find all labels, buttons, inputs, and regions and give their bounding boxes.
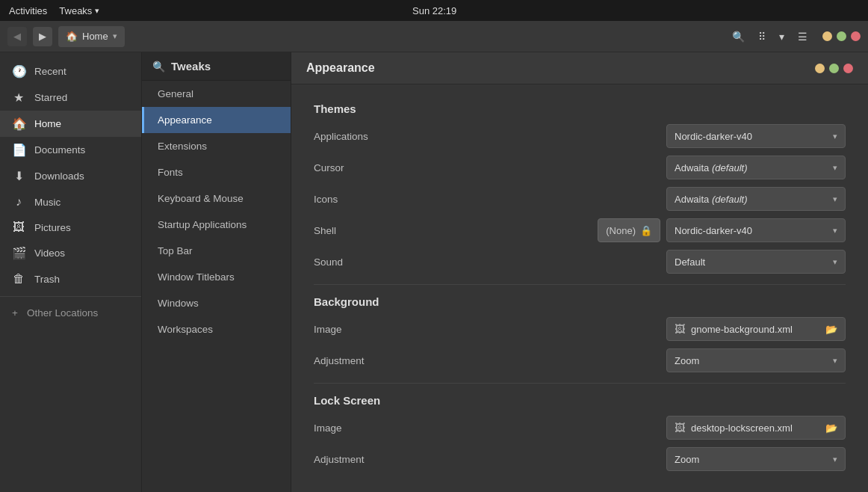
bg-image-label: Image — [314, 324, 463, 335]
recent-icon: 🕐 — [12, 64, 25, 79]
tweaks-nav-panel: 🔍 Tweaks General Appearance Extensions F… — [142, 52, 291, 492]
home-icon: 🏠 — [66, 31, 78, 42]
sidebar-item-starred[interactable]: ★ Starred — [0, 84, 141, 111]
header-maximize-button[interactable] — [829, 64, 839, 73]
sidebar-item-other-label: Other Locations — [27, 307, 98, 319]
header-minimize-button[interactable] — [815, 64, 825, 73]
ls-image-filepicker[interactable]: 🖼 desktop-lockscreen.xml 📂 — [666, 416, 846, 440]
tweaks-nav-top-bar[interactable]: Top Bar — [142, 238, 291, 264]
shell-dropdown-arrow: ▾ — [833, 226, 837, 236]
applications-dropdown-value: Nordic-darker-v40 — [675, 131, 752, 142]
sound-dropdown-arrow: ▾ — [833, 257, 837, 267]
bg-adjustment-dropdown[interactable]: Zoom ▾ — [666, 348, 846, 372]
themes-separator — [314, 284, 846, 285]
tweaks-nav-appearance[interactable]: Appearance — [142, 107, 291, 133]
tweaks-search-bar: 🔍 Tweaks — [142, 52, 291, 81]
icons-dropdown[interactable]: Adwaita (default) ▾ — [666, 187, 846, 211]
icons-row: Icons Adwaita (default) ▾ — [314, 187, 846, 211]
minimize-button[interactable] — [822, 31, 832, 41]
file-manager-sidebar: 🕐 Recent ★ Starred 🏠 Home 📄 Documents ⬇ … — [0, 52, 142, 492]
ls-adjustment-dropdown[interactable]: Zoom ▾ — [666, 447, 846, 471]
home-nav-icon: 🏠 — [12, 117, 25, 131]
bg-file-name: gnome-background.xml — [691, 324, 819, 335]
ls-open-icon: 📂 — [825, 422, 837, 434]
icons-label: Icons — [314, 194, 463, 205]
sound-dropdown[interactable]: Default ▾ — [666, 250, 846, 274]
cursor-row: Cursor Adwaita (default) ▾ — [314, 156, 846, 179]
top-bar: Activities Tweaks ▾ Sun 22:19 — [0, 0, 868, 21]
tweaks-nav-fonts[interactable]: Fonts — [142, 159, 291, 185]
bg-image-row: Image 🖼 gnome-background.xml 📂 — [314, 317, 846, 341]
shell-control: (None) 🔒 Nordic-darker-v40 ▾ — [463, 218, 846, 242]
content-body: Themes Applications Nordic-darker-v40 ▾ … — [291, 84, 868, 492]
sidebar-item-home-label: Home — [34, 118, 61, 129]
videos-icon: 🎬 — [12, 246, 25, 260]
sidebar-item-other-locations[interactable]: + Other Locations — [0, 301, 141, 325]
view-toggle-button[interactable]: ⠿ — [754, 28, 770, 46]
sidebar-item-recent[interactable]: 🕐 Recent — [0, 58, 141, 84]
applications-dropdown[interactable]: Nordic-darker-v40 ▾ — [666, 124, 846, 148]
location-bar[interactable]: 🏠 Home ▾ — [58, 26, 125, 47]
sidebar-item-music[interactable]: ♪ Music — [0, 189, 141, 215]
sidebar-item-music-label: Music — [34, 197, 61, 208]
sidebar-item-documents[interactable]: 📄 Documents — [0, 137, 141, 163]
cursor-control: Adwaita (default) ▾ — [463, 156, 846, 179]
sound-control: Default ▾ — [463, 250, 846, 274]
ls-image-label: Image — [314, 422, 463, 434]
sidebar-item-videos[interactable]: 🎬 Videos — [0, 240, 141, 266]
tweaks-nav-window-titlebars[interactable]: Window Titlebars — [142, 264, 291, 290]
applications-dropdown-arrow: ▾ — [833, 132, 837, 141]
list-view-button[interactable]: ☰ — [793, 28, 812, 46]
tweaks-nav-extensions[interactable]: Extensions — [142, 133, 291, 159]
sound-label: Sound — [314, 256, 463, 268]
trash-icon: 🗑 — [12, 272, 25, 286]
app-label: Tweaks ▾ — [59, 5, 99, 16]
sidebar-item-pictures[interactable]: 🖼 Pictures — [0, 215, 141, 240]
sidebar-item-home[interactable]: 🏠 Home — [0, 111, 141, 137]
main-layout: 🕐 Recent ★ Starred 🏠 Home 📄 Documents ⬇ … — [0, 52, 868, 492]
sidebar-item-downloads[interactable]: ⬇ Downloads — [0, 163, 141, 189]
shell-none-badge: (None) 🔒 — [598, 218, 660, 242]
tweaks-nav-windows[interactable]: Windows — [142, 290, 291, 316]
cursor-dropdown[interactable]: Adwaita (default) ▾ — [666, 156, 846, 179]
ls-image-row: Image 🖼 desktop-lockscreen.xml 📂 — [314, 416, 846, 440]
content-header: Appearance — [291, 52, 868, 84]
bg-adjustment-label: Adjustment — [314, 355, 463, 366]
icons-control: Adwaita (default) ▾ — [463, 187, 846, 211]
pictures-icon: 🖼 — [12, 221, 25, 234]
back-button[interactable]: ◀ — [7, 27, 27, 46]
icons-dropdown-arrow: ▾ — [833, 194, 837, 204]
cursor-dropdown-value: Adwaita (default) — [675, 162, 748, 173]
applications-row: Applications Nordic-darker-v40 ▾ — [314, 124, 846, 148]
sound-dropdown-value: Default — [675, 256, 705, 268]
window-controls — [822, 31, 861, 41]
activities-label[interactable]: Activities — [9, 5, 47, 16]
sidebar-item-videos-label: Videos — [34, 247, 65, 259]
ls-adjustment-value: Zoom — [675, 454, 699, 465]
shell-dropdown[interactable]: Nordic-darker-v40 ▾ — [666, 218, 846, 242]
forward-button[interactable]: ▶ — [33, 27, 52, 46]
tweaks-nav-keyboard-mouse[interactable]: Keyboard & Mouse — [142, 185, 291, 212]
search-button[interactable]: 🔍 — [728, 28, 749, 46]
sidebar-item-trash[interactable]: 🗑 Trash — [0, 266, 141, 292]
lock-screen-section-title: Lock Screen — [314, 394, 846, 407]
maximize-button[interactable] — [837, 31, 846, 41]
background-section-title: Background — [314, 295, 846, 308]
header-close-button[interactable] — [843, 64, 853, 73]
cursor-label: Cursor — [314, 162, 463, 173]
music-icon: ♪ — [12, 195, 25, 209]
close-button[interactable] — [851, 31, 861, 41]
tweaks-nav-workspaces[interactable]: Workspaces — [142, 316, 291, 342]
ls-adjustment-row: Adjustment Zoom ▾ — [314, 447, 846, 471]
themes-section-title: Themes — [314, 102, 846, 115]
view-options-button[interactable]: ▾ — [775, 28, 789, 46]
icons-dropdown-value: Adwaita (default) — [675, 194, 748, 205]
ls-adjustment-control: Zoom ▾ — [463, 447, 846, 471]
bg-image-filepicker[interactable]: 🖼 gnome-background.xml 📂 — [666, 317, 846, 341]
add-location-icon: + — [12, 307, 18, 319]
tweaks-nav-general[interactable]: General — [142, 81, 291, 107]
bg-adjustment-arrow: ▾ — [833, 356, 837, 366]
sidebar-divider — [0, 296, 141, 297]
tweaks-nav-startup-applications[interactable]: Startup Applications — [142, 212, 291, 238]
location-chevron-icon: ▾ — [113, 31, 117, 41]
